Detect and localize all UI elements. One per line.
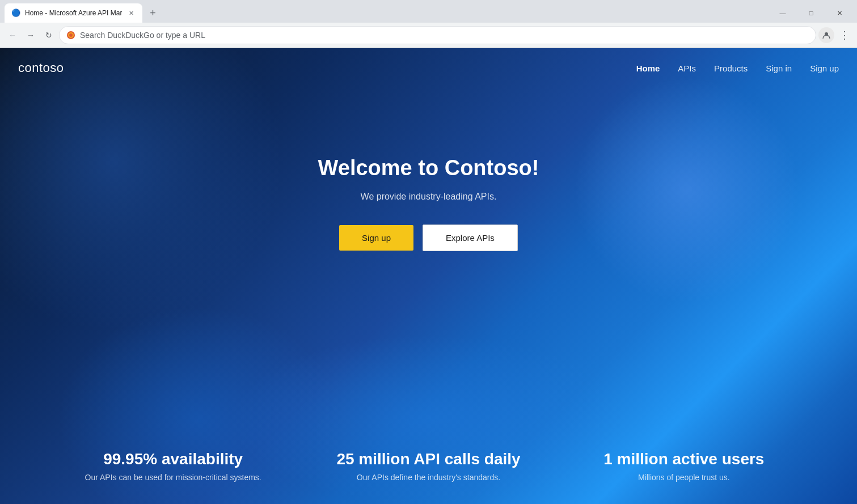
- back-button[interactable]: ←: [5, 27, 20, 43]
- close-button[interactable]: ✕: [826, 5, 852, 22]
- svg-point-2: [69, 33, 73, 37]
- stat-availability-value: 99.95% availability: [45, 450, 301, 468]
- profile-button[interactable]: [818, 27, 834, 43]
- stat-api-calls: 25 million API calls daily Our APIs defi…: [301, 450, 556, 482]
- stat-active-users-desc: Millions of people trust us.: [556, 473, 812, 482]
- tab-title: Home - Microsoft Azure API Mar: [25, 9, 122, 17]
- nav-link-signin[interactable]: Sign in: [766, 63, 792, 73]
- stat-availability: 99.95% availability Our APIs can be used…: [45, 450, 301, 482]
- hero-buttons: Sign up Explore APIs: [339, 225, 518, 251]
- stat-api-calls-value: 25 million API calls daily: [301, 450, 556, 468]
- tab-close-button[interactable]: ✕: [126, 9, 136, 18]
- tab-favicon: 🔵: [11, 9, 20, 18]
- site-logo[interactable]: contoso: [18, 61, 64, 75]
- account-icon: [822, 31, 831, 40]
- hero-section: Welcome to Contoso! We provide industry-…: [0, 88, 857, 251]
- browser-tab[interactable]: 🔵 Home - Microsoft Azure API Mar ✕: [5, 3, 142, 23]
- title-bar: 🔵 Home - Microsoft Azure API Mar ✕ + — □…: [0, 0, 857, 23]
- minimize-button[interactable]: —: [770, 5, 796, 22]
- stat-active-users: 1 million active users Millions of peopl…: [556, 450, 812, 482]
- stat-active-users-value: 1 million active users: [556, 450, 812, 468]
- nav-links: Home APIs Products Sign in Sign up: [636, 63, 839, 73]
- stat-api-calls-desc: Our APIs define the industry's standards…: [301, 473, 556, 482]
- stat-availability-desc: Our APIs can be used for mission-critica…: [45, 473, 301, 482]
- hero-subtitle: We provide industry-leading APIs.: [361, 192, 497, 202]
- stats-section: 99.95% availability Our APIs can be used…: [0, 427, 857, 504]
- nav-link-home[interactable]: Home: [636, 63, 660, 73]
- browser-toolbar: ← → ↻ Search DuckDuckGo or type a URL ⋮: [0, 23, 857, 48]
- address-text: Search DuckDuckGo or type a URL: [80, 31, 809, 40]
- window-controls: — □ ✕: [770, 5, 852, 22]
- menu-button[interactable]: ⋮: [837, 27, 852, 43]
- address-bar[interactable]: Search DuckDuckGo or type a URL: [59, 26, 816, 44]
- nav-link-apis[interactable]: APIs: [678, 63, 696, 73]
- duck-icon: [66, 31, 75, 40]
- reload-button[interactable]: ↻: [41, 27, 57, 43]
- new-tab-button[interactable]: +: [145, 5, 161, 21]
- site-navigation: contoso Home APIs Products Sign in Sign …: [0, 48, 857, 88]
- nav-link-signup[interactable]: Sign up: [810, 63, 839, 73]
- explore-apis-button[interactable]: Explore APIs: [423, 225, 518, 251]
- nav-link-products[interactable]: Products: [714, 63, 748, 73]
- hero-title: Welcome to Contoso!: [318, 156, 539, 180]
- maximize-button[interactable]: □: [798, 5, 824, 22]
- browser-chrome: 🔵 Home - Microsoft Azure API Mar ✕ + — □…: [0, 0, 857, 48]
- signup-button[interactable]: Sign up: [339, 225, 413, 251]
- forward-button[interactable]: →: [23, 27, 39, 43]
- website-content: contoso Home APIs Products Sign in Sign …: [0, 48, 857, 504]
